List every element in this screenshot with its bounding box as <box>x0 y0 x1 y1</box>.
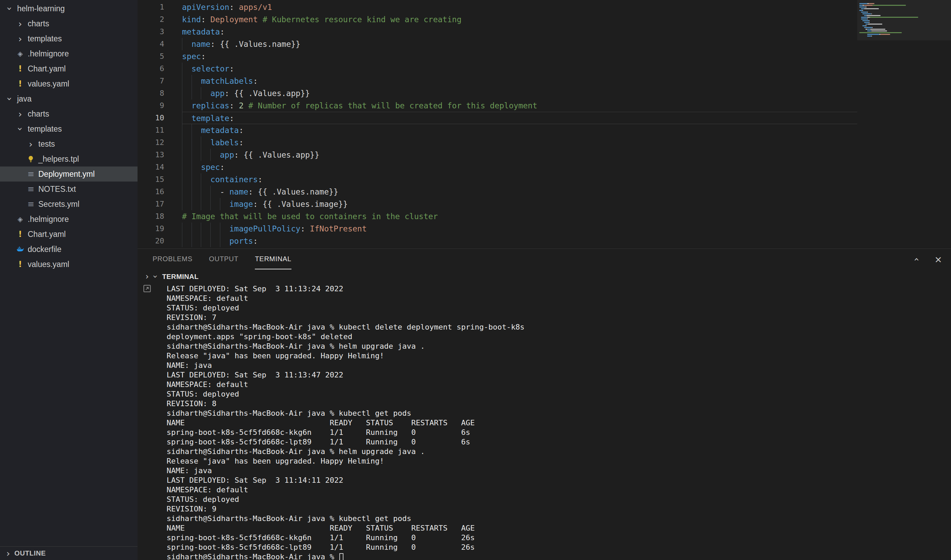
code-line-6[interactable]: 6selector: <box>137 63 857 75</box>
terminal-command-icon[interactable] <box>142 284 152 293</box>
code-region[interactable]: 1apiVersion: apps/v12kind: Deployment # … <box>137 0 857 249</box>
code-line-5[interactable]: 5spec: <box>137 50 857 63</box>
code-line-18[interactable]: 18# Image that will be used to container… <box>137 210 857 223</box>
code-line-12[interactable]: 12labels: <box>137 136 857 149</box>
minimap[interactable] <box>857 0 951 249</box>
terminal-output[interactable]: LAST DEPLOYED: Sat Sep 3 11:13:24 2022NA… <box>166 284 948 560</box>
chevron-down-icon[interactable]: › <box>5 94 14 104</box>
code-line-16[interactable]: 16- name: {{ .Values.name}} <box>137 186 857 198</box>
tree-folder-charts[interactable]: ›charts <box>0 16 137 31</box>
terminal-line: STATUS: deployed <box>166 389 948 399</box>
tree-item-label: .helmignore <box>28 215 69 224</box>
token-key: kind <box>182 15 201 24</box>
minimap-segment <box>867 18 868 20</box>
tree-folder-java[interactable]: ›java <box>0 91 137 106</box>
line-number: 10 <box>137 112 182 124</box>
terminal-line: NAMESPACE: default <box>166 485 948 495</box>
tree-file-helmignore[interactable]: ◈.helmignore <box>0 46 137 61</box>
terminal-line: REVISION: 9 <box>166 504 948 514</box>
chevron-right-icon[interactable]: › <box>15 109 25 118</box>
code-line-2[interactable]: 2kind: Deployment # Kubernetes resource … <box>137 13 857 26</box>
tree-file-values-yaml[interactable]: !values.yaml <box>0 76 137 91</box>
tree-file-helpers-tpl[interactable]: _helpers.tpl <box>0 151 137 166</box>
token-key: spec <box>182 52 201 61</box>
indent-guide <box>182 112 191 125</box>
yaml-file-icon: ≡ <box>26 199 35 209</box>
token-plain: : <box>239 126 244 135</box>
tree-folder-templates[interactable]: ›templates <box>0 122 137 136</box>
code-line-7[interactable]: 7matchLabels: <box>137 75 857 87</box>
chevron-right-icon[interactable]: › <box>15 34 25 43</box>
chevron-down-icon[interactable]: › <box>16 124 25 134</box>
tree-folder-helm-learning[interactable]: ›helm-learning <box>0 1 137 16</box>
tree-file-dockerfile[interactable]: dockerfile <box>0 242 137 257</box>
tree-file-secrets-yml[interactable]: ≡Secrets.yml <box>0 197 137 212</box>
minimap-segment <box>870 17 918 18</box>
code-line-1[interactable]: 1apiVersion: apps/v1 <box>137 1 857 13</box>
outline-section-header[interactable]: › OUTLINE <box>0 546 137 560</box>
tree-item-label: Chart.yaml <box>28 230 66 239</box>
code-line-11[interactable]: 11metadata: <box>137 124 857 136</box>
tree-file-chart-yaml[interactable]: !Chart.yaml <box>0 227 137 242</box>
tree-folder-tests[interactable]: ›tests <box>0 136 137 151</box>
tree-item-label: java <box>17 94 31 104</box>
indent-guide <box>191 149 201 161</box>
code-line-10[interactable]: 10template: <box>137 112 857 124</box>
indent-guide <box>210 223 220 235</box>
minimap-segment <box>862 20 869 21</box>
minimap-segment <box>872 27 872 28</box>
chevron-down-icon[interactable]: › <box>5 4 14 13</box>
indent-guide <box>201 223 210 235</box>
tree-item-label: charts <box>28 109 49 118</box>
tree-folder-templates[interactable]: ›templates <box>0 31 137 46</box>
indent-guide <box>201 198 210 210</box>
code-line-17[interactable]: 17image: {{ .Values.image}} <box>137 198 857 210</box>
minimap-segment <box>865 24 868 25</box>
helm-chart-file-icon: ! <box>15 64 25 74</box>
minimap-segment <box>865 25 866 26</box>
chevron-right-icon[interactable]: › <box>26 140 35 149</box>
tree-file-notes-txt[interactable]: ≡NOTES.txt <box>0 182 137 197</box>
chevron-right-icon[interactable]: › <box>143 272 151 281</box>
tree-folder-charts[interactable]: ›charts <box>0 106 137 122</box>
code-line-15[interactable]: 15containers: <box>137 173 857 186</box>
chevron-down-icon[interactable]: › <box>151 272 159 281</box>
code-text: # Image that will be used to containers … <box>182 210 857 223</box>
code-line-4[interactable]: 4name: {{ .Values.name}} <box>137 38 857 50</box>
code-line-9[interactable]: 9replicas: 2 # Number of replicas that w… <box>137 100 857 112</box>
token-plain: : <box>220 27 225 36</box>
line-number: 11 <box>137 124 182 136</box>
token-key: app <box>210 89 225 98</box>
minimap-segment <box>867 35 871 37</box>
code-line-20[interactable]: 20ports: <box>137 235 857 247</box>
tree-file-helmignore[interactable]: ◈.helmignore <box>0 212 137 227</box>
tree-file-deployment-yml[interactable]: ≡Deployment.yml <box>0 166 137 182</box>
panel-tab-output[interactable]: OUTPUT <box>209 249 239 269</box>
minimap-segment <box>880 34 890 35</box>
token-comment: # Number of replicas that will be create… <box>248 101 538 110</box>
tree-file-chart-yaml[interactable]: !Chart.yaml <box>0 61 137 76</box>
code-line-8[interactable]: 8app: {{ .Values.app}} <box>137 87 857 100</box>
code-line-19[interactable]: 19imagePullPolicy: IfNotPresent <box>137 223 857 235</box>
helmignore-file-icon: ◈ <box>15 214 25 224</box>
indent-guide <box>191 75 201 87</box>
indent-guide <box>191 186 201 198</box>
code-line-13[interactable]: 13app: {{ .Values.app}} <box>137 149 857 161</box>
chevron-right-icon[interactable]: › <box>15 19 25 28</box>
token-key: name <box>229 187 248 196</box>
code-text: name: {{ .Values.name}} <box>182 38 857 50</box>
code-text: metadata: <box>182 124 857 136</box>
token-value: Deployment <box>210 15 262 24</box>
panel-tab-bar: PROBLEMSOUTPUTTERMINAL <box>137 249 951 269</box>
token-comment: # Image that will be used to containers … <box>182 212 438 221</box>
panel-tab-terminal[interactable]: TERMINAL <box>255 249 291 269</box>
panel-tab-problems[interactable]: PROBLEMS <box>153 249 193 269</box>
tree-file-values-yaml[interactable]: !values.yaml <box>0 257 137 272</box>
code-line-14[interactable]: 14spec: <box>137 161 857 173</box>
indent-guide <box>182 149 191 161</box>
token-plain: : <box>220 163 225 172</box>
close-icon[interactable]: × <box>934 254 942 265</box>
terminal-line: spring-boot-k8s-5cf5fd668c-kkg6n 1/1 Run… <box>166 428 948 437</box>
chevron-up-icon[interactable]: › <box>911 254 920 264</box>
code-line-3[interactable]: 3metadata: <box>137 26 857 38</box>
